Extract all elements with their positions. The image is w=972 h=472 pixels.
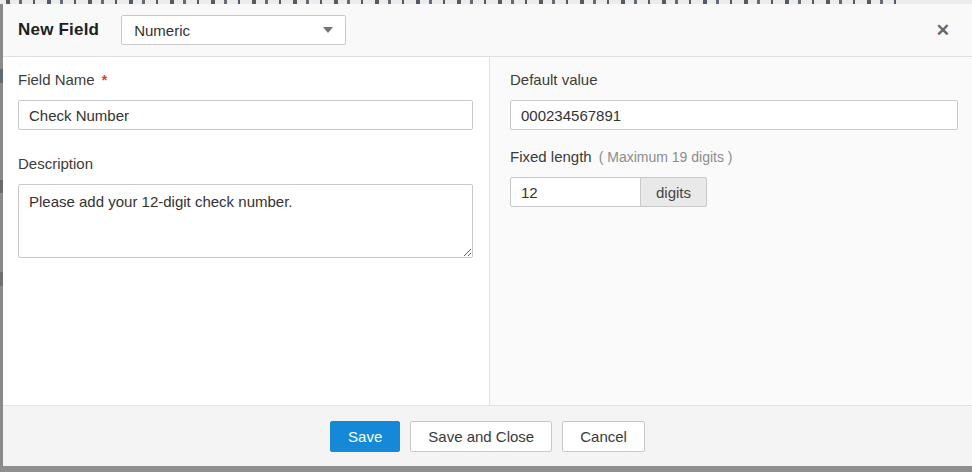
- chevron-down-icon: [323, 27, 333, 33]
- background-page-sliver-bottom: [0, 466, 972, 472]
- dialog-title: New Field: [18, 20, 99, 40]
- fixed-length-label: Fixed length: [510, 148, 592, 165]
- save-and-close-button[interactable]: Save and Close: [410, 421, 552, 452]
- new-field-dialog: New Field Numeric ✕ Field Name * Descrip…: [3, 4, 972, 466]
- field-name-input[interactable]: [18, 100, 473, 130]
- close-icon[interactable]: ✕: [934, 18, 952, 43]
- cancel-button[interactable]: Cancel: [562, 421, 645, 452]
- fixed-length-hint: ( Maximum 19 digits ): [599, 149, 733, 165]
- dialog-footer: Save Save and Close Cancel: [3, 405, 972, 466]
- digits-unit-addon: digits: [640, 177, 707, 207]
- left-panel: Field Name * Description Please add your…: [3, 57, 489, 405]
- field-type-selected-value: Numeric: [134, 22, 323, 39]
- dialog-header: New Field Numeric ✕: [3, 4, 972, 57]
- description-textarea[interactable]: Please add your 12-digit check number.: [18, 184, 473, 258]
- fixed-length-label-row: Fixed length ( Maximum 19 digits ): [510, 148, 958, 165]
- field-name-label-row: Field Name *: [18, 71, 473, 88]
- default-value-label-row: Default value: [510, 71, 958, 88]
- dialog-body: Field Name * Description Please add your…: [3, 57, 972, 405]
- fixed-length-input[interactable]: [510, 177, 641, 207]
- description-label: Description: [18, 155, 93, 172]
- field-name-label: Field Name: [18, 71, 95, 88]
- description-label-row: Description: [18, 155, 473, 172]
- field-type-dropdown[interactable]: Numeric: [121, 15, 346, 45]
- right-panel: Default value Fixed length ( Maximum 19 …: [489, 57, 972, 405]
- default-value-input[interactable]: [510, 100, 958, 130]
- fixed-length-input-group: digits: [510, 177, 708, 207]
- spacer: [18, 130, 473, 155]
- default-value-label: Default value: [510, 71, 598, 88]
- required-asterisk: *: [102, 72, 107, 88]
- spacer: [510, 130, 958, 148]
- save-button[interactable]: Save: [330, 421, 400, 452]
